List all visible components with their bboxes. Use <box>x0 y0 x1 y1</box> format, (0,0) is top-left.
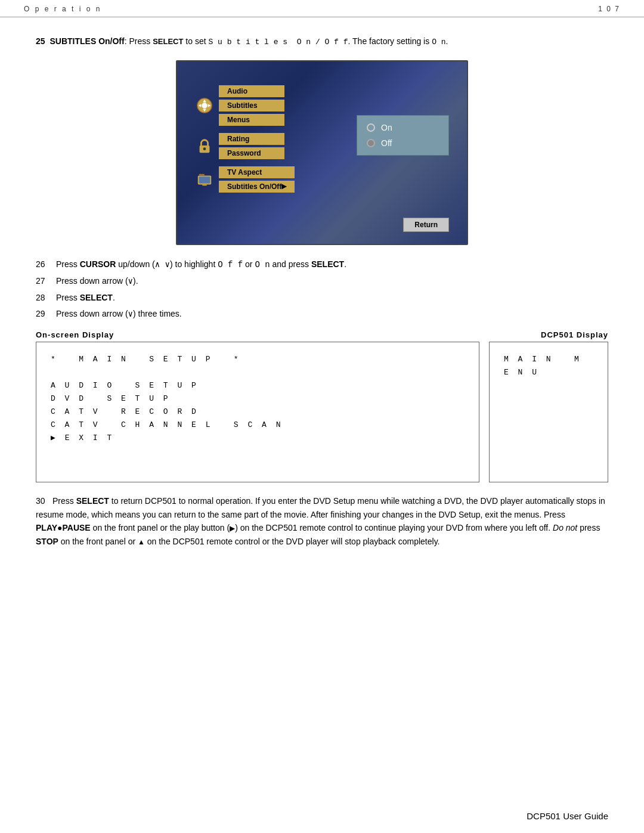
select-kbd-28: SELECT <box>80 293 113 302</box>
step-27-text: Press down arrow (∨). <box>56 275 138 288</box>
steps-26-29: 26 Press CURSOR up/down (∧ ∨) to highlig… <box>36 258 608 321</box>
cursor-kbd: CURSOR <box>80 259 116 269</box>
eject-symbol: ▲ <box>138 538 145 546</box>
page-number: 1 0 7 <box>598 5 620 13</box>
select-kbd-26: SELECT <box>311 259 344 269</box>
lock-icon <box>195 137 214 156</box>
dcp501-display-label: DCP501 Display <box>541 330 608 339</box>
menu-group-2: Rating Password <box>195 133 295 159</box>
svg-rect-10 <box>202 184 206 185</box>
display-line-audio: A U D I O S E T U P <box>51 379 465 392</box>
step-28-text: Press SELECT. <box>56 292 115 304</box>
display-line-blank3 <box>51 458 465 471</box>
menu-panel: Audio Subtitles Menus <box>195 85 295 193</box>
footer-text: DCP501 User Guide <box>527 811 608 821</box>
page-footer: DCP501 User Guide <box>527 811 608 821</box>
tv-icon <box>195 170 214 189</box>
do-not-italic: Do not <box>553 523 577 532</box>
display-line-exit: ▶ E X I T <box>51 432 465 445</box>
step-26-num: 26 <box>36 258 52 271</box>
display-header: On-screen Display DCP501 Display <box>36 330 608 339</box>
step-28: 28 Press SELECT. <box>36 292 608 304</box>
display-line-blank2 <box>51 445 465 458</box>
step-29-num: 29 <box>36 308 52 321</box>
dcp501-main-menu: M A I N M E N U <box>504 353 593 379</box>
on-radio[interactable] <box>367 123 375 132</box>
step-29: 29 Press down arrow (∨) three times. <box>36 308 608 321</box>
step-25-text-mid: to set S u b t i t l e s O n / O f f. Th… <box>183 36 448 46</box>
menu-group-3: TV Aspect Subtitles On/Off ▶ <box>195 166 295 193</box>
subtitles-btn[interactable]: Subtitles <box>219 100 284 112</box>
step-30-num: 30 <box>36 494 52 507</box>
navigation-icon <box>195 96 214 115</box>
display-line-catv-channel: C A T V C H A N N E L S C A N <box>51 419 465 432</box>
menu-buttons-3: TV Aspect Subtitles On/Off ▶ <box>219 166 295 193</box>
onoff-panel: On Off <box>357 115 449 156</box>
step-27: 27 Press down arrow (∨). <box>36 275 608 288</box>
password-btn[interactable]: Password <box>219 147 284 159</box>
step-25-number: 25 <box>36 36 45 46</box>
onscreen-display-label: On-screen Display <box>36 330 114 339</box>
on-option[interactable]: On <box>367 123 439 132</box>
select-kbd-30: SELECT <box>76 496 109 506</box>
dcp501-display-box: M A I N M E N U <box>489 342 608 483</box>
page-header: O p e r a t i o n 1 0 7 <box>0 0 644 17</box>
rating-btn[interactable]: Rating <box>219 133 284 145</box>
off-radio[interactable] <box>367 139 375 147</box>
audio-btn[interactable]: Audio <box>219 85 284 97</box>
menu-group-1: Audio Subtitles Menus <box>195 85 295 126</box>
display-line-blank1 <box>51 366 465 379</box>
submenu-arrow: ▶ <box>281 182 286 190</box>
menus-btn[interactable]: Menus <box>219 114 284 126</box>
step-26-text: Press CURSOR up/down (∧ ∨) to highlight … <box>56 258 346 271</box>
off-option[interactable]: Off <box>367 138 439 148</box>
on-label: On <box>381 123 392 132</box>
off-label: Off <box>381 138 392 148</box>
playpause-kbd: PLAY●PAUSE <box>36 523 91 532</box>
step-25: 25 SUBTITLES On/Off: Press SELECT to set… <box>36 35 608 48</box>
menu-buttons-1: Audio Subtitles Menus <box>219 85 284 126</box>
subtitles-onoff-btn[interactable]: Subtitles On/Off ▶ <box>219 181 295 193</box>
return-btn-container: Return <box>403 218 449 232</box>
step-27-num: 27 <box>36 275 52 288</box>
dvd-screen: Audio Subtitles Menus <box>176 60 468 245</box>
svg-point-1 <box>202 103 207 108</box>
tv-aspect-btn[interactable]: TV Aspect <box>219 166 295 178</box>
display-line-catv-record: C A T V R E C O R D <box>51 405 465 419</box>
stop-kbd: STOP <box>36 537 58 546</box>
display-line-dvd: D V D S E T U P <box>51 392 465 405</box>
step-30: 30 Press SELECT to return DCP501 to norm… <box>36 494 608 548</box>
step-29-text: Press down arrow (∨) three times. <box>56 308 182 321</box>
step-25-label: SUBTITLES On/Off <box>49 36 124 46</box>
dvd-screen-container: Audio Subtitles Menus <box>36 60 608 245</box>
return-button[interactable]: Return <box>403 218 449 232</box>
menu-buttons-2: Rating Password <box>219 133 284 159</box>
operation-label: O p e r a t i o n <box>24 5 101 13</box>
svg-point-7 <box>203 147 206 150</box>
step-25-kbd1: SELECT <box>153 37 183 46</box>
display-line-1: * M A I N S E T U P * <box>51 353 465 366</box>
step-25-colon: : Press <box>125 36 153 46</box>
display-table-container: * M A I N S E T U P * A U D I O S E T U … <box>36 342 608 483</box>
svg-rect-11 <box>199 174 205 175</box>
main-content: 25 SUBTITLES On/Off: Press SELECT to set… <box>0 35 644 548</box>
play-arrow: ▶ <box>230 524 235 532</box>
step-26: 26 Press CURSOR up/down (∧ ∨) to highlig… <box>36 258 608 271</box>
svg-rect-9 <box>199 176 210 183</box>
step-28-num: 28 <box>36 292 52 304</box>
onscreen-display-box: * M A I N S E T U P * A U D I O S E T U … <box>36 342 479 483</box>
